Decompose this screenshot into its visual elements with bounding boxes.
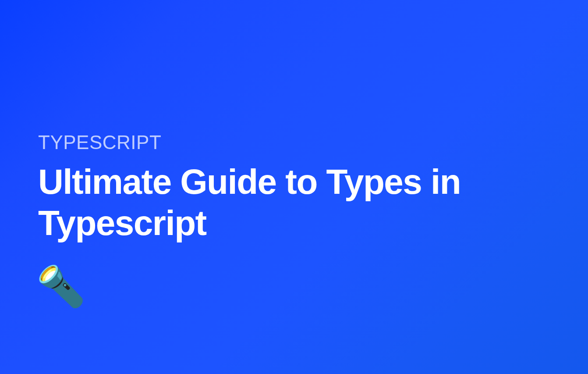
category-label: TYPESCRIPT bbox=[38, 132, 588, 153]
flashlight-icon: 🔦 bbox=[36, 267, 85, 306]
hero-content: TYPESCRIPT Ultimate Guide to Types in Ty… bbox=[38, 132, 588, 244]
article-title: Ultimate Guide to Types in Typescript bbox=[38, 161, 588, 244]
